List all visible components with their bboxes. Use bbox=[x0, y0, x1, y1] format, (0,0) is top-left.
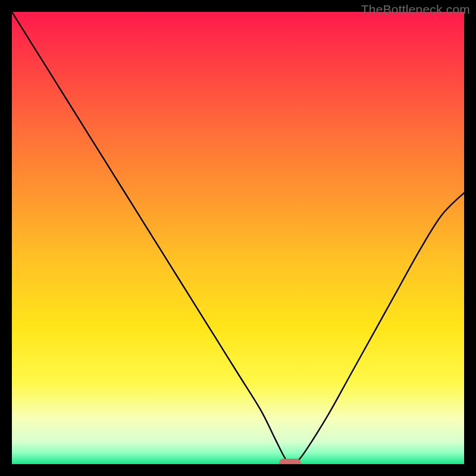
chart-frame: TheBottleneck.com bbox=[0, 0, 476, 476]
plot-area bbox=[12, 12, 464, 464]
chart-svg bbox=[12, 12, 464, 464]
watermark-text: TheBottleneck.com bbox=[361, 2, 470, 17]
optimal-marker bbox=[279, 459, 300, 464]
gradient-background bbox=[12, 12, 464, 464]
